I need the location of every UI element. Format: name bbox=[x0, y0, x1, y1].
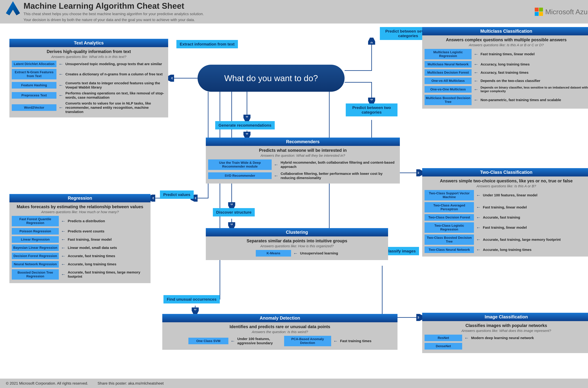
alg-desc: Accurate, fast training times, large mem… bbox=[68, 270, 148, 279]
alg-svd: SVD Recommender bbox=[208, 172, 272, 179]
alg-desc: Modern deep learning neural network bbox=[471, 336, 534, 340]
branch-find-unusual: Find unusual occurrences bbox=[164, 295, 220, 303]
alg-avgperc: Two-Class Averaged Perceptron bbox=[424, 202, 474, 213]
box-title: Multiclass Classification bbox=[422, 27, 588, 35]
azure-logo-icon bbox=[6, 1, 20, 15]
branch-discover-structure: Discover structure bbox=[213, 208, 255, 217]
arrow-left-icon: ← bbox=[474, 78, 478, 83]
arrow-left-icon: ← bbox=[59, 61, 63, 67]
arrow-left-icon: ← bbox=[474, 70, 478, 75]
box-title: Two-Class Classification bbox=[422, 168, 588, 176]
alg-desc: Accuracy, fast training times bbox=[481, 71, 529, 75]
alg-kmeans: K-Means bbox=[256, 250, 291, 257]
arrow-left-icon: ← bbox=[474, 62, 478, 67]
page-title: Machine Learning Algorithm Cheat Sheet bbox=[24, 1, 204, 11]
alg-linear: Linear Regression bbox=[12, 236, 59, 243]
arrow-left-icon: ← bbox=[476, 215, 481, 220]
box-title: Text Analytics bbox=[9, 39, 168, 47]
alg-desc: Predicts a distribution bbox=[68, 219, 105, 223]
arrow-left-icon: ← bbox=[476, 247, 481, 252]
alg-desc: Accurate, long training times bbox=[68, 262, 116, 266]
arrow-left-icon: ← bbox=[61, 218, 66, 224]
alg-resnet: ResNet bbox=[424, 335, 462, 341]
box-desc: Separates similar data points into intui… bbox=[208, 238, 386, 243]
alg-wide-deep: Use the Train Wide & Deep Recommender mo… bbox=[208, 159, 272, 170]
box-question: Answers questions like: How is this orga… bbox=[208, 244, 386, 248]
microsoft-logo-icon bbox=[535, 8, 543, 16]
arrow-left-icon: ← bbox=[59, 93, 63, 98]
alg-desc: Unsupervised topic modeling, group texts… bbox=[65, 62, 162, 66]
alg-desc: Accurate, fast training times bbox=[68, 254, 115, 258]
box-question: Answers the question: Is this weird? bbox=[165, 330, 395, 334]
box-title: Clustering bbox=[206, 228, 388, 237]
alg-tclr: Two-Class Logistic Regression bbox=[424, 222, 474, 233]
alg-desc: Under 100 features, linear model bbox=[483, 193, 538, 197]
alg-preprocess: Preprocess Text bbox=[12, 92, 56, 99]
arrow-left-icon: ← bbox=[464, 335, 469, 341]
alg-mnn: Multiclass Neural Network bbox=[424, 61, 472, 68]
footer: © 2021 Microsoft Corporation. All rights… bbox=[0, 379, 588, 388]
alg-desc: Accurate, long training times bbox=[483, 248, 531, 252]
alg-pca: PCA-Based Anomaly Detection bbox=[284, 336, 331, 346]
alg-tcdf: Two-Class Decision Forest bbox=[424, 214, 474, 221]
box-question: Answers questions like: Is this A or B o… bbox=[424, 43, 588, 47]
box-desc: Identifies and predicts rare or unusual … bbox=[165, 324, 395, 329]
branch-generate-recs: Generate recommendations bbox=[215, 121, 275, 129]
branch-extract-text: Extract information from text bbox=[176, 40, 238, 48]
box-title: Recommenders bbox=[206, 138, 400, 146]
arrow-left-icon: ← bbox=[333, 338, 338, 344]
arrow-left-icon: ← bbox=[476, 237, 481, 242]
alg-svm: Two-Class Support Vector Machine bbox=[424, 190, 474, 200]
alg-desc: Linear model, small data sets bbox=[68, 246, 117, 250]
alg-ovo: One-vs-One Multiclass bbox=[424, 86, 472, 93]
arrow-left-icon: ← bbox=[293, 251, 298, 256]
box-multiclass: Multiclass Classification Answers comple… bbox=[422, 27, 588, 109]
box-question: Answers questions like: What does this i… bbox=[424, 329, 588, 333]
alg-mbdt: Multiclass Boosted Decision Tree bbox=[424, 95, 472, 105]
box-desc: Makes forecasts by estimating the relati… bbox=[12, 204, 148, 209]
share-link: Share this poster: aka.ms/mlcheatsheet bbox=[98, 381, 164, 386]
arrow-left-icon: ← bbox=[274, 162, 278, 167]
arrow-left-icon: ← bbox=[61, 272, 66, 277]
alg-desc: Collaborative filtering, better performa… bbox=[281, 171, 397, 180]
alg-ngram: Extract N-Gram Features from Text bbox=[12, 69, 56, 79]
alg-desc: Predicts event counts bbox=[68, 229, 104, 233]
alg-desc: Unsupervised learning bbox=[300, 251, 338, 255]
alg-mdf: Multiclass Decision Forest bbox=[424, 69, 472, 76]
alg-tcbdt: Two-Class Boosted Decision Tree bbox=[424, 234, 474, 245]
alg-bdtr: Boosted Decision Tree Regression bbox=[12, 269, 59, 280]
box-question: Answers the question: What will they be … bbox=[208, 154, 397, 158]
alg-desc: Under 100 features, aggressive boundary bbox=[237, 337, 282, 345]
alg-desc: Non-parametric, fast training times and … bbox=[481, 98, 561, 102]
alg-lda: Latent Dirichlet Allocation bbox=[12, 61, 56, 67]
alg-desc: Fast training times bbox=[340, 339, 371, 343]
subtitle-2: Your decision is driven by both the natu… bbox=[24, 17, 204, 22]
box-question: Answers questions like: How much or how … bbox=[12, 210, 148, 214]
box-clustering: Clustering Separates similar data points… bbox=[206, 228, 388, 260]
alg-desc: Accuracy, long training times bbox=[481, 62, 530, 66]
box-twoclass: Two-Class Classification Answers simple … bbox=[422, 168, 588, 257]
alg-nnr: Neural Network Regression bbox=[12, 261, 59, 267]
central-question: What do you want to do? bbox=[197, 65, 344, 92]
box-title: Image Classification bbox=[422, 313, 588, 321]
alg-desc: Converts text data to integer encoded fe… bbox=[65, 81, 166, 90]
arrow-left-icon: ← bbox=[474, 87, 478, 92]
arrow-left-icon: ← bbox=[474, 97, 478, 102]
box-text-analytics: Text Analytics Derives high-quality info… bbox=[9, 39, 168, 118]
alg-desc: Accurate, fast training, large memory fo… bbox=[483, 238, 561, 242]
box-desc: Answers simple two-choice questions, lik… bbox=[424, 178, 588, 183]
box-desc: Answers complex questions with multiple … bbox=[424, 37, 588, 42]
alg-desc: Fast training times, linear model bbox=[481, 52, 535, 56]
alg-desc: Hybrid recommender, both collaborative f… bbox=[281, 160, 397, 169]
alg-desc: Fast training, linear model bbox=[483, 225, 527, 230]
alg-densenet: DenseNet bbox=[424, 343, 462, 349]
alg-desc: Converts words to values for use in NLP … bbox=[65, 101, 166, 114]
arrow-left-icon: ← bbox=[61, 237, 66, 242]
branch-predict-values: Predict values bbox=[160, 191, 194, 199]
box-imgcls: Image Classification Classifies images w… bbox=[422, 313, 588, 353]
box-desc: Classifies images with popular networks bbox=[424, 323, 588, 328]
box-recommenders: Recommenders Predicts what someone will … bbox=[206, 138, 400, 184]
alg-desc: Performs cleaning operations on text, li… bbox=[65, 91, 166, 99]
alg-bayesian: Bayesian Linear Regression bbox=[12, 244, 59, 251]
arrow-left-icon: ← bbox=[61, 253, 66, 259]
